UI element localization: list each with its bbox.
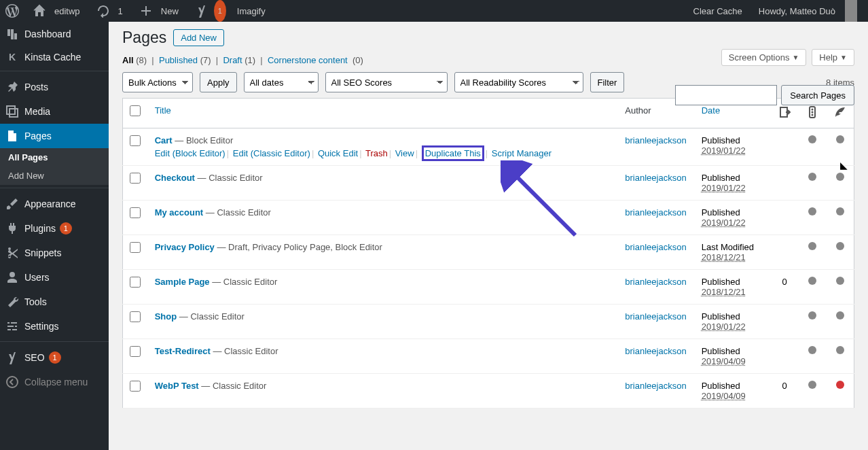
seo-score-select[interactable]: All SEO Scores [325, 72, 448, 92]
date-value: 2019/01/22 [702, 145, 746, 156]
author-link[interactable]: brianleejackson [625, 173, 686, 183]
site-link[interactable]: editwp [27, 0, 91, 22]
page-title-link[interactable]: Cart [155, 135, 173, 145]
view-draft[interactable]: Draft [223, 55, 242, 65]
view-cornerstone[interactable]: Cornerstone content [268, 55, 348, 65]
wp-logo[interactable] [0, 0, 27, 22]
date-label: Published [702, 135, 740, 145]
filter-button[interactable]: Filter [590, 72, 625, 92]
add-new-button[interactable]: Add New [173, 29, 224, 46]
author-link[interactable]: brianleejackson [625, 242, 686, 252]
edit-block-link[interactable]: Edit (Block Editor) [155, 148, 225, 158]
page-title-link[interactable]: Test-Redirect [155, 346, 211, 356]
date-value: 2019/01/22 [702, 218, 746, 228]
page-title-link[interactable]: Checkout [155, 173, 195, 183]
search-input[interactable] [675, 85, 777, 105]
page-title-link[interactable]: WebP Test [155, 381, 199, 391]
script-manager-link[interactable]: Script Manager [492, 148, 551, 158]
plus-icon [139, 4, 153, 18]
comments-cell [771, 235, 799, 270]
author-link[interactable]: brianleejackson [625, 381, 686, 391]
row-checkbox[interactable] [130, 135, 141, 146]
row-actions: Edit (Block Editor)| Edit (Classic Edito… [155, 148, 612, 158]
svg-point-3 [811, 111, 813, 114]
page-title-link[interactable]: Sample Page [155, 277, 210, 287]
author-link[interactable]: brianleejackson [625, 311, 686, 322]
readability-dot [836, 173, 844, 181]
author-link[interactable]: brianleejackson [625, 277, 686, 287]
seo-dot [808, 242, 816, 250]
date-label: Published [702, 346, 740, 356]
comments-cell: 0 [771, 374, 799, 409]
seo-dot [808, 346, 816, 354]
sidebar-item-users[interactable]: Users [0, 265, 109, 290]
row-checkbox[interactable] [130, 242, 141, 253]
svg-point-0 [7, 377, 18, 387]
sidebar-collapse[interactable]: Collapse menu [0, 370, 109, 394]
link-in-icon [778, 105, 791, 119]
dates-select[interactable]: All dates [244, 72, 319, 92]
readability-dot [836, 242, 844, 250]
apply-button[interactable]: Apply [200, 72, 237, 92]
svg-point-4 [811, 114, 813, 116]
author-link[interactable]: brianleejackson [625, 346, 686, 356]
sidebar-subitem-add-new[interactable]: Add New [0, 167, 109, 185]
howdy-link[interactable]: Howdy, Matteo Duò [748, 0, 863, 22]
row-checkbox[interactable] [130, 381, 141, 392]
page-title-link[interactable]: Shop [155, 311, 177, 322]
sidebar-item-appearance[interactable]: Appearance [0, 192, 109, 216]
edit-classic-link[interactable]: Edit (Classic Editor) [233, 148, 310, 158]
view-link[interactable]: View [395, 148, 414, 158]
imagify-link[interactable]: Imagify [232, 0, 271, 22]
sidebar-item-snippets[interactable]: Snippets [0, 241, 109, 265]
author-link[interactable]: brianleejackson [625, 135, 686, 145]
sidebar-item-dashboard[interactable]: Dashboard [0, 22, 109, 46]
page-title-link[interactable]: Privacy Policy [155, 242, 215, 252]
duplicate-link[interactable]: Duplicate This [422, 145, 484, 161]
sidebar-item-pages[interactable]: Pages [0, 124, 109, 148]
page-state: — Classic Editor [177, 311, 245, 322]
row-checkbox[interactable] [130, 207, 141, 218]
comments-cell [771, 166, 799, 201]
yoast-link[interactable]: 1 [189, 0, 232, 22]
view-published[interactable]: Published [159, 55, 198, 65]
brush-icon [5, 197, 19, 211]
sidebar-item-settings[interactable]: Settings [0, 314, 109, 339]
page-state: — Draft, Privacy Policy Page, Block Edit… [215, 242, 382, 252]
quick-edit-link[interactable]: Quick Edit [318, 148, 358, 158]
view-all[interactable]: All [122, 55, 134, 65]
readability-select[interactable]: All Readability Scores [454, 72, 583, 92]
sidebar-item-tools[interactable]: Tools [0, 290, 109, 314]
trash-link[interactable]: Trash [365, 148, 388, 158]
author-link[interactable]: brianleejackson [625, 207, 686, 218]
page-title-link[interactable]: My account [155, 207, 204, 218]
sidebar-item-kinsta[interactable]: KKinsta Cache [0, 46, 109, 68]
pin-icon [5, 80, 19, 94]
updates-link[interactable]: 1 [91, 0, 134, 22]
table-row: My account — Classic Editor brianleejack… [123, 201, 854, 235]
screen-options-button[interactable]: Screen Options▼ [721, 49, 807, 66]
sidebar-item-posts[interactable]: Posts [0, 75, 109, 99]
row-checkbox[interactable] [130, 346, 141, 357]
comments-cell [771, 201, 799, 235]
help-button[interactable]: Help▼ [812, 49, 854, 66]
bulk-actions-select[interactable]: Bulk Actions [122, 72, 193, 92]
search-button[interactable]: Search Pages [781, 85, 854, 105]
yoast-icon [5, 351, 19, 364]
row-checkbox[interactable] [130, 311, 141, 322]
sidebar-item-plugins[interactable]: Plugins1 [0, 216, 109, 241]
new-link[interactable]: New [134, 0, 189, 22]
date-value: 2018/12/21 [702, 252, 746, 262]
sidebar-subitem-all-pages[interactable]: All Pages [0, 148, 109, 167]
page-icon [5, 129, 19, 143]
pages-table: Title Author Date Cart — Block Editor Ed… [122, 98, 854, 409]
sidebar-item-seo[interactable]: SEO1 [0, 345, 109, 370]
clear-cache-link[interactable]: Clear Cache [688, 0, 748, 22]
seo-dot [808, 207, 816, 215]
select-all-checkbox[interactable] [130, 105, 141, 116]
sidebar-item-media[interactable]: Media [0, 99, 109, 124]
row-checkbox[interactable] [130, 173, 141, 184]
seo-count-badge: 1 [49, 351, 61, 364]
row-checkbox[interactable] [130, 277, 141, 288]
col-title[interactable]: Title [148, 99, 619, 128]
